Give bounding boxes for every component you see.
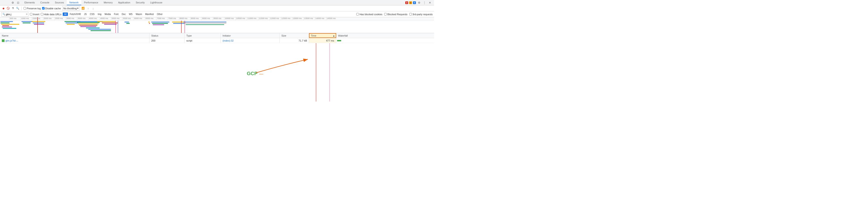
filter-type-css[interactable]: CSS: [89, 12, 96, 16]
devtools-menu-icon[interactable]: ⚙: [10, 0, 15, 5]
hide-data-urls-checkbox[interactable]: [41, 13, 43, 16]
preserve-log-checkbox[interactable]: [24, 7, 26, 9]
ruler-tick-11000: 11000 ms: [247, 17, 256, 21]
th-type[interactable]: Type: [185, 33, 221, 38]
ruler-tick-7000: 7000 ms: [156, 17, 165, 21]
filter-type-js[interactable]: JS: [83, 12, 88, 16]
tab-application[interactable]: Application: [116, 0, 133, 5]
filter-type-manifest[interactable]: Manifest: [144, 12, 155, 16]
invert-checkbox[interactable]: [30, 13, 32, 16]
dock-icon[interactable]: ⊡: [16, 0, 20, 5]
filter-type-buttons: All Fetch/XHR JS CSS Img Media Font Doc …: [63, 12, 164, 16]
content-pink-line: [330, 43, 330, 101]
third-party-requests-label[interactable]: 3rd-party requests: [409, 13, 433, 16]
timeline-rows-container: [0, 21, 434, 33]
td-name[interactable]: gtm.js?id-...: [0, 38, 149, 43]
td-initiator[interactable]: (index):32: [221, 38, 280, 43]
clear-icon[interactable]: 🚫: [6, 6, 10, 10]
hide-data-urls-checkbox-label[interactable]: Hide data URLs: [41, 13, 62, 16]
th-waterfall[interactable]: Waterfall: [336, 33, 434, 38]
td-type: script: [185, 38, 221, 43]
th-status[interactable]: Status: [149, 33, 185, 38]
timeline-bar-32: [153, 24, 164, 25]
filter-checkboxes: Has blocked cookies Blocked Requests 3rd…: [356, 13, 433, 16]
network-toolbar: ⏺ 🚫 ⚗ 🔍 Preserve log Disable cache No th…: [0, 5, 434, 11]
th-time[interactable]: Time ▲: [309, 33, 336, 38]
has-blocked-cookies-label[interactable]: Has blocked cookies: [356, 13, 382, 16]
filter-type-ws[interactable]: WS: [127, 12, 134, 16]
tab-console[interactable]: Console: [38, 0, 52, 5]
record-icon[interactable]: ⏺: [1, 6, 5, 10]
timeline-area: 500 ms 1000 ms 1500 ms 2000 ms 2500 ms 3…: [0, 17, 434, 33]
timeline-vline-red: [181, 21, 182, 33]
filter-clear-icon[interactable]: ✕: [26, 13, 28, 16]
ruler-tick-4500: 4500 ms: [100, 17, 108, 21]
timeline-bar-16: [77, 22, 100, 23]
network-conditions-icon[interactable]: 📶: [81, 6, 85, 10]
filter-icon[interactable]: ⚗: [11, 6, 15, 10]
timeline-vline-pink: [185, 21, 185, 33]
export-icon[interactable]: ↓: [91, 6, 95, 10]
third-party-requests-checkbox[interactable]: [409, 13, 412, 16]
tab-network[interactable]: Network: [67, 0, 81, 5]
filter-input-wrap[interactable]: 🔍 gtm.j ✕: [1, 12, 29, 17]
timeline-bar-9: [32, 21, 45, 22]
th-name[interactable]: Name: [0, 33, 149, 38]
settings-icon[interactable]: ⚙: [417, 0, 421, 5]
ruler-tick-13500: 13500 ms: [303, 17, 313, 21]
timeline-bar-4: [2, 25, 9, 26]
search-icon[interactable]: 🔍: [16, 6, 20, 10]
table-header: Name Status Type Initiator Size Time ▲ W…: [0, 33, 434, 38]
disable-cache-checkbox-label[interactable]: Disable cache: [42, 7, 61, 10]
timeline-bar-18: [79, 25, 97, 26]
import-icon[interactable]: ↑: [86, 6, 90, 10]
filter-type-media[interactable]: Media: [103, 12, 112, 16]
toolbar-separator-1: [22, 6, 22, 10]
table-body: gtm.js?id-... 200 script (index):32 71.7…: [0, 38, 434, 43]
timeline-bar-30: [151, 22, 169, 23]
filter-type-all[interactable]: All: [63, 12, 68, 16]
timeline-bar-1: [0, 21, 13, 22]
upload-download-icons: 📶 ↑ ↓: [81, 6, 95, 10]
ruler-tick-14500: 14500 ms: [326, 17, 336, 21]
disable-cache-checkbox[interactable]: [42, 7, 44, 9]
error-badge: 3: [405, 1, 408, 4]
sort-arrow-icon: ▲: [333, 34, 335, 37]
ruler-tick-2500: 2500 ms: [54, 17, 63, 21]
table-row[interactable]: gtm.js?id-... 200 script (index):32 71.7…: [0, 38, 434, 43]
blocked-requests-checkbox[interactable]: [384, 13, 387, 16]
throttle-dropdown[interactable]: No throttling ▾: [62, 6, 80, 11]
has-blocked-cookies-checkbox[interactable]: [356, 13, 359, 16]
filter-type-wasm[interactable]: Wasm: [134, 12, 143, 16]
more-options-icon[interactable]: ⋮: [422, 0, 427, 5]
timeline-current-time-line: [37, 17, 38, 33]
warning-badge: 1: [409, 1, 412, 4]
th-initiator[interactable]: Initiator: [221, 33, 280, 38]
tab-sources[interactable]: Sources: [52, 0, 67, 5]
tab-performance[interactable]: Performance: [81, 0, 101, 5]
preserve-log-checkbox-label[interactable]: Preserve log: [24, 7, 41, 10]
ruler-tick-2000: 2000 ms: [43, 17, 52, 21]
ruler-tick-11500: 11500 ms: [258, 17, 268, 21]
tab-memory[interactable]: Memory: [101, 0, 116, 5]
th-size[interactable]: Size: [280, 33, 309, 38]
invert-checkbox-label[interactable]: Invert: [30, 13, 39, 16]
close-devtools-icon[interactable]: ✕: [428, 0, 432, 5]
tab-elements[interactable]: Elements: [22, 0, 38, 5]
content-red-line-1: [316, 43, 316, 101]
timeline-bar-3: [1, 24, 19, 25]
filter-type-doc[interactable]: Doc: [120, 12, 127, 16]
filter-type-font[interactable]: Font: [113, 12, 120, 16]
filter-type-img[interactable]: Img: [96, 12, 103, 16]
timeline-bar-19: [81, 26, 96, 27]
tab-security[interactable]: Security: [133, 0, 147, 5]
timeline-bar-35: [183, 22, 226, 22]
blocked-requests-label[interactable]: Blocked Requests: [384, 13, 407, 16]
tab-lighthouse[interactable]: Lighthouse: [147, 0, 165, 5]
filter-input[interactable]: gtm.j: [6, 13, 25, 16]
tabs-left-icons: ⚙ ⊡: [9, 0, 22, 5]
filter-type-fetch-xhr[interactable]: Fetch/XHR: [68, 12, 82, 16]
td-waterfall: [336, 38, 434, 43]
filter-type-other[interactable]: Other: [156, 12, 164, 16]
td-size: 71.7 kB: [280, 38, 309, 43]
